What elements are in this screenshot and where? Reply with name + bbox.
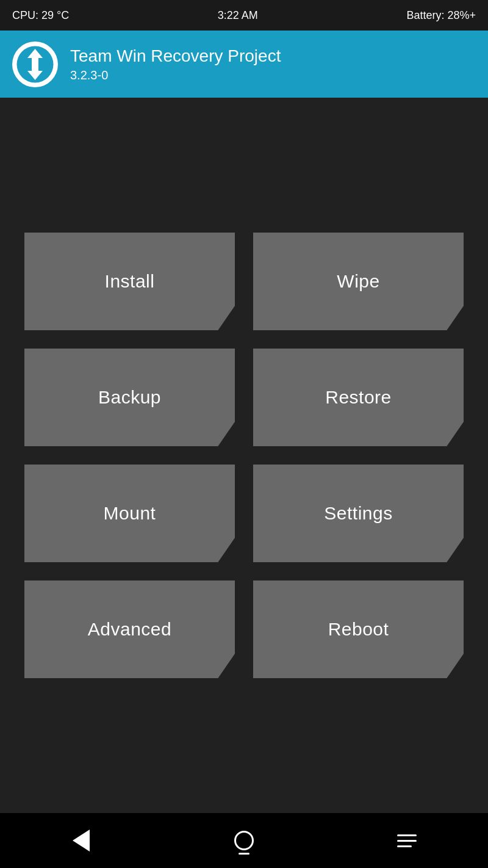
header-text: Team Win Recovery Project 3.2.3-0 <box>70 46 281 82</box>
advanced-button[interactable]: Advanced <box>24 580 235 678</box>
back-icon <box>73 830 90 852</box>
menu-line-1 <box>397 834 417 836</box>
button-row-4: Advanced Reboot <box>24 580 464 678</box>
app-title: Team Win Recovery Project <box>70 46 281 66</box>
back-nav-button[interactable] <box>63 822 99 859</box>
app-version: 3.2.3-0 <box>70 68 281 82</box>
home-nav-button[interactable] <box>226 822 262 859</box>
backup-button[interactable]: Backup <box>24 349 235 446</box>
mount-button[interactable]: Mount <box>24 465 235 562</box>
menu-nav-button[interactable] <box>389 822 425 859</box>
time-status: 3:22 AM <box>218 9 258 22</box>
restore-button[interactable]: Restore <box>253 349 464 446</box>
app-logo <box>12 42 58 87</box>
settings-button[interactable]: Settings <box>253 465 464 562</box>
reboot-button[interactable]: Reboot <box>253 580 464 678</box>
wipe-button[interactable]: Wipe <box>253 233 464 330</box>
home-icon <box>234 831 254 850</box>
button-row-3: Mount Settings <box>24 465 464 562</box>
button-row-1: Install Wipe <box>24 233 464 330</box>
cpu-status: CPU: 29 °C <box>12 9 69 22</box>
menu-line-2 <box>397 840 417 842</box>
menu-icon <box>397 834 417 847</box>
main-content: Install Wipe Backup Restore Mount Settin… <box>0 98 488 813</box>
install-button[interactable]: Install <box>24 233 235 330</box>
app-header: Team Win Recovery Project 3.2.3-0 <box>0 31 488 98</box>
status-bar: CPU: 29 °C 3:22 AM Battery: 28%+ <box>0 0 488 31</box>
battery-status: Battery: 28%+ <box>406 9 476 22</box>
navigation-bar <box>0 813 488 868</box>
button-row-2: Backup Restore <box>24 349 464 446</box>
menu-line-3 <box>397 845 412 847</box>
